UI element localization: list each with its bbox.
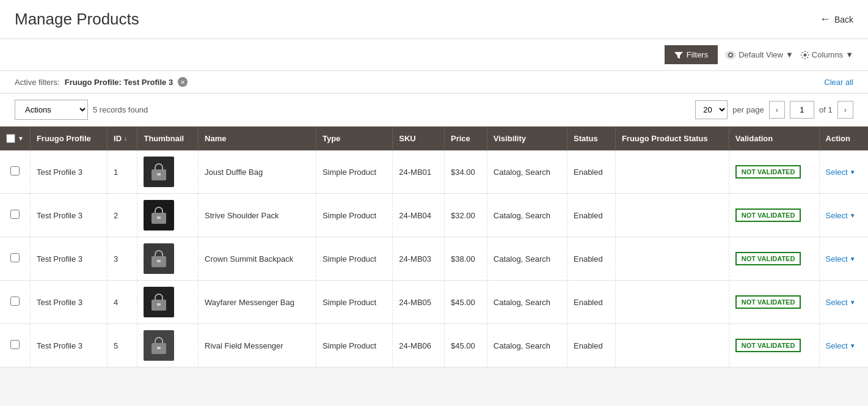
main-content: ▼ Fruugo Profile ID ↓ Thumbnail Name Typ… — [0, 127, 868, 367]
action-column-header: Action — [819, 127, 868, 150]
name-cell: Strive Shoulder Pack — [199, 194, 316, 237]
active-filters-left: Active filters: Fruugo Profile: Test Pro… — [15, 77, 188, 87]
select-all-checkbox[interactable] — [6, 134, 15, 143]
id-cell: 1 — [108, 150, 137, 194]
id-column-header[interactable]: ID ↓ — [108, 127, 137, 150]
row-checkbox[interactable] — [10, 166, 20, 175]
svg-rect-7 — [157, 216, 161, 219]
fruugo-status-cell — [615, 324, 729, 367]
status-cell: Enabled — [567, 281, 616, 324]
gear-icon — [801, 51, 809, 59]
price-cell: $38.00 — [445, 237, 487, 281]
name-cell: Wayfarer Messenger Bag — [199, 281, 316, 324]
select-label: Select — [826, 341, 848, 350]
clear-all-link[interactable]: Clear all — [824, 78, 853, 87]
default-view-button[interactable]: Default View ▼ — [725, 50, 793, 59]
not-validated-badge: NOT VALIDATED — [735, 252, 801, 265]
page-number-input[interactable] — [790, 101, 814, 119]
select-caret-icon: ▼ — [850, 169, 856, 175]
fruugo-status-cell — [615, 194, 729, 237]
product-thumbnail — [144, 243, 174, 274]
status-column-header: Status — [567, 127, 616, 150]
visibility-cell: Catalog, Search — [487, 150, 567, 194]
row-checkbox[interactable] — [10, 340, 20, 349]
row-checkbox[interactable] — [10, 297, 20, 306]
per-page-select[interactable]: 20 — [695, 100, 728, 119]
table-row: Test Profile 31 Joust Duffle BagSimple P… — [0, 150, 868, 194]
status-cell: Enabled — [567, 194, 616, 237]
not-validated-badge: NOT VALIDATED — [735, 209, 801, 222]
table-row: Test Profile 34 Wayfarer Messenger BagSi… — [0, 281, 868, 324]
active-filters-bar: Active filters: Fruugo Profile: Test Pro… — [0, 71, 868, 94]
action-cell: Select ▼ — [819, 281, 868, 324]
svg-rect-9 — [157, 260, 161, 262]
page-title: Manage Products — [15, 10, 139, 29]
filters-button[interactable]: Filters — [665, 45, 718, 64]
profile-cell: Test Profile 3 — [30, 194, 107, 237]
product-thumbnail — [144, 287, 174, 317]
fruugo-status-cell — [615, 281, 729, 324]
actions-select[interactable]: Actions — [15, 100, 88, 120]
validation-cell: NOT VALIDATED — [729, 237, 819, 281]
price-column-header: Price — [445, 127, 487, 150]
select-link[interactable]: Select ▼ — [826, 254, 862, 264]
profile-cell: Test Profile 3 — [30, 150, 107, 194]
row-checkbox[interactable] — [10, 210, 20, 219]
id-cell: 3 — [108, 237, 137, 281]
select-label: Select — [826, 298, 848, 307]
header-checkbox-wrap: ▼ — [6, 134, 24, 143]
visibility-cell: Catalog, Search — [487, 194, 567, 237]
row-checkbox-cell — [0, 237, 30, 281]
table-row: Test Profile 32 Strive Shoulder PackSimp… — [0, 194, 868, 237]
row-checkbox[interactable] — [10, 253, 20, 262]
sku-cell: 24-MB03 — [393, 237, 445, 281]
sku-cell: 24-MB01 — [393, 150, 445, 194]
actions-bar: Actions 5 records found 20 per page ‹ of… — [0, 94, 868, 127]
select-link[interactable]: Select ▼ — [826, 211, 862, 220]
type-column-header: Type — [316, 127, 392, 150]
thumbnail-cell — [137, 324, 199, 367]
svg-point-2 — [729, 54, 732, 56]
back-link[interactable]: ← Back — [820, 13, 853, 26]
filter-chip: Fruugo Profile: Test Profile 3 — [65, 78, 173, 87]
type-cell: Simple Product — [316, 324, 392, 367]
profile-column-header: Fruugo Profile — [30, 127, 107, 150]
profile-cell: Test Profile 3 — [30, 281, 107, 324]
table-row: Test Profile 35 Rival Field MessengerSim… — [0, 324, 868, 367]
back-arrow-icon: ← — [820, 13, 831, 26]
select-link[interactable]: Select ▼ — [826, 168, 862, 177]
select-caret-icon: ▼ — [850, 342, 856, 349]
select-label: Select — [826, 168, 848, 177]
select-caret-icon: ▼ — [850, 256, 856, 262]
prev-page-button[interactable]: ‹ — [769, 101, 785, 119]
per-page-label: per page — [732, 105, 764, 114]
select-link[interactable]: Select ▼ — [826, 298, 862, 307]
actions-left: Actions 5 records found — [15, 100, 148, 120]
records-count: 5 records found — [93, 105, 148, 114]
validation-cell: NOT VALIDATED — [729, 324, 819, 367]
product-thumbnail — [144, 200, 174, 231]
status-cell: Enabled — [567, 150, 616, 194]
thumbnail-cell — [137, 281, 199, 324]
next-page-button[interactable]: › — [837, 101, 853, 119]
thumbnail-cell — [137, 150, 199, 194]
table-body: Test Profile 31 Joust Duffle BagSimple P… — [0, 150, 868, 367]
row-checkbox-cell — [0, 281, 30, 324]
filter-remove-button[interactable]: ✕ — [178, 77, 188, 87]
validation-cell: NOT VALIDATED — [729, 194, 819, 237]
sku-column-header: SKU — [393, 127, 445, 150]
status-cell: Enabled — [567, 237, 616, 281]
svg-rect-13 — [157, 347, 161, 349]
row-checkbox-cell — [0, 194, 30, 237]
view-label: Default View — [739, 50, 783, 59]
visibility-cell: Catalog, Search — [487, 281, 567, 324]
columns-button[interactable]: Columns ▼ — [801, 50, 853, 59]
svg-point-3 — [803, 53, 806, 56]
checkbox-column-header: ▼ — [0, 127, 30, 150]
select-caret-icon: ▼ — [850, 299, 856, 306]
view-chevron-icon: ▼ — [786, 50, 793, 59]
select-link[interactable]: Select ▼ — [826, 341, 862, 350]
visibility-cell: Catalog, Search — [487, 237, 567, 281]
filters-label: Filters — [687, 50, 708, 59]
id-cell: 2 — [108, 194, 137, 237]
